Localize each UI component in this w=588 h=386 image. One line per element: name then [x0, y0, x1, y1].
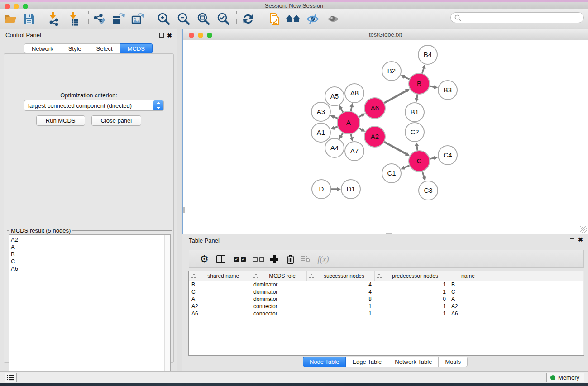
tab-network[interactable]: Network	[24, 43, 61, 53]
zoom-out-button[interactable]	[175, 11, 191, 27]
zoom-fit-button[interactable]	[195, 11, 211, 27]
clone-network-button[interactable]	[266, 11, 282, 27]
optimization-criterion-dropdown[interactable]: largest connected component (directed)	[24, 100, 164, 111]
tab-mcds[interactable]: MCDS	[120, 43, 153, 53]
delete-column-button[interactable]	[283, 250, 297, 268]
graph-edge-B-B4[interactable]	[422, 68, 424, 74]
table-row[interactable]: Bdominator 41 B	[189, 281, 584, 288]
refresh-button[interactable]	[240, 11, 256, 27]
graph-edge-A2-C[interactable]	[384, 142, 406, 154]
close-panel-button-inner[interactable]: Close panel	[91, 115, 142, 126]
table-header-row: shared name MCDS role successor nodes pr…	[189, 271, 584, 281]
float-table-panel-button[interactable]	[570, 237, 574, 245]
column-header-predecessor-nodes[interactable]: predecessor nodes	[374, 271, 449, 281]
graph-edge-A-A5[interactable]	[341, 108, 343, 112]
column-header-shared-name[interactable]: shared name	[189, 271, 251, 281]
titlebar[interactable]: Session: New Session	[0, 2, 588, 9]
zoom-in-button[interactable]	[155, 11, 172, 27]
function-builder-button[interactable]: f(x)	[315, 250, 331, 268]
checked-box-icon: ✓	[241, 257, 246, 262]
graph-edge-B-B3[interactable]	[429, 86, 434, 87]
optimization-criterion-label: Optimization criterion:	[4, 92, 173, 99]
plus-icon	[270, 255, 278, 263]
graph-edge-A-A7[interactable]	[351, 133, 352, 138]
show-panels-button[interactable]	[325, 11, 341, 27]
graph-node-label: C4	[443, 151, 452, 159]
graph-edge-C-C2[interactable]	[417, 146, 418, 151]
tab-style[interactable]: Style	[61, 43, 89, 53]
task-history-button[interactable]	[5, 373, 17, 382]
column-header-successor-nodes[interactable]: successor nodes	[306, 271, 374, 281]
table-type-tabs: Node Table Edge Table Network Table Moti…	[182, 357, 588, 367]
list-item[interactable]: A2	[11, 236, 170, 243]
tab-motifs[interactable]: Motifs	[439, 357, 468, 367]
column-header-name[interactable]: name	[449, 271, 488, 281]
graph-edge-C-C1[interactable]	[404, 165, 410, 168]
tab-node-table[interactable]: Node Table	[303, 357, 346, 367]
table-settings-button[interactable]: ⚙	[197, 250, 211, 268]
export-image-button[interactable]	[129, 11, 146, 27]
graph-edge-B-B1[interactable]	[417, 94, 418, 99]
save-floppy-icon	[23, 13, 35, 25]
control-panel-tabs: Network Style Select MCDS	[0, 43, 177, 53]
node-table[interactable]: shared name MCDS role successor nodes pr…	[188, 271, 584, 356]
table-row[interactable]: A2connector 11 A2	[189, 303, 584, 310]
vertical-scroll-stub[interactable]	[183, 207, 185, 213]
mcds-result-list[interactable]: A2 A B C A6	[9, 234, 171, 384]
dropdown-stepper-icon	[153, 100, 163, 110]
graph-edge-A-A6[interactable]	[359, 115, 362, 117]
deselect-all-button[interactable]	[251, 250, 266, 268]
search-input[interactable]	[461, 14, 583, 21]
list-item[interactable]: A6	[11, 265, 170, 272]
close-table-panel-button[interactable]: ✖	[578, 236, 583, 243]
export-table-button[interactable]	[110, 11, 126, 27]
resize-grip[interactable]	[580, 226, 587, 233]
tab-network-table[interactable]: Network Table	[388, 357, 439, 367]
select-all-button[interactable]: ✓✓	[232, 250, 248, 268]
tab-edge-table[interactable]: Edge Table	[346, 357, 388, 367]
search-box[interactable]	[450, 12, 584, 23]
trash-icon	[287, 255, 294, 264]
delete-table-icon	[301, 256, 310, 262]
graph-edge-B-B2[interactable]	[404, 77, 410, 80]
open-session-button[interactable]	[3, 11, 19, 27]
tab-select[interactable]: Select	[89, 43, 120, 53]
hide-panels-button[interactable]	[305, 11, 321, 27]
network-graph[interactable]: B4B2BB3A5A8A6A3B1AA1C2A2A4A7C4CC1C3DD1	[183, 40, 587, 234]
list-item[interactable]: A	[11, 243, 170, 251]
home-button[interactable]	[285, 11, 301, 27]
graph-edge-A-A8[interactable]	[351, 106, 352, 111]
float-panel-button[interactable]	[159, 32, 164, 39]
float-icon	[159, 33, 164, 38]
export-network-button[interactable]	[91, 11, 107, 27]
graph-edge-A-A2[interactable]	[359, 128, 362, 130]
table-row[interactable]: A6connector 11 A6	[189, 310, 584, 317]
save-session-button[interactable]	[21, 11, 37, 27]
list-scrollbar[interactable]	[164, 235, 170, 383]
network-canvas[interactable]: B4B2BB3A5A8A6A3B1AA1C2A2A4A7C4CC1C3DD1	[183, 40, 588, 234]
show-columns-button[interactable]	[214, 250, 228, 268]
delete-table-button[interactable]	[299, 250, 312, 268]
run-mcds-button[interactable]: Run MCDS	[36, 115, 85, 126]
close-panel-button[interactable]: ✖	[167, 32, 172, 39]
graph-edge-C-C4[interactable]	[430, 158, 435, 159]
zoom-selected-button[interactable]	[215, 11, 231, 27]
graph-edge-A-A1[interactable]	[334, 126, 338, 128]
import-network-button[interactable]	[46, 11, 62, 27]
list-item[interactable]: B	[11, 251, 170, 258]
table-row[interactable]: Cdominator 41 C	[189, 288, 584, 295]
table-row[interactable]: Adominator 80 A	[189, 295, 584, 303]
graph-edge-A-A4[interactable]	[341, 133, 343, 136]
table-scrollbar[interactable]	[583, 271, 584, 355]
hierarchy-icon	[191, 274, 196, 278]
add-column-button[interactable]	[268, 250, 281, 268]
memory-button[interactable]: Memory	[546, 373, 584, 382]
graph-edge-C-C3[interactable]	[422, 171, 424, 177]
graph-edge-A6-B[interactable]	[384, 91, 406, 103]
column-header-mcds-role[interactable]: MCDS role	[251, 271, 306, 281]
list-item[interactable]: C	[11, 258, 170, 265]
toolbar-separator	[41, 11, 41, 27]
graph-edge-A-A3[interactable]	[334, 117, 338, 119]
import-table-button[interactable]	[67, 11, 83, 27]
network-window-titlebar[interactable]: testGlobe.txt	[183, 29, 588, 40]
